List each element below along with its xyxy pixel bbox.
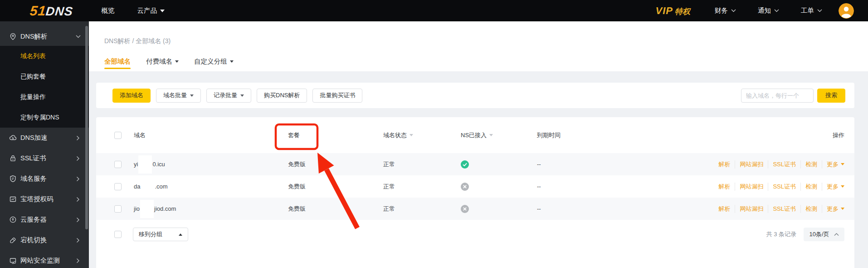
vip-privilege-badge[interactable]: VIP 特权 bbox=[656, 5, 690, 17]
domain-text: 0.icu bbox=[152, 161, 165, 168]
record-batch-dropdown[interactable]: 记录批量 bbox=[206, 89, 251, 103]
logo-51dns[interactable]: 51 DNS bbox=[30, 3, 73, 19]
page-size-label: 10条/页 bbox=[809, 230, 829, 238]
topbar-right-nav: 财务 通知 工单 bbox=[715, 6, 822, 15]
column-header-actions: 操作 bbox=[833, 131, 844, 139]
tab-all-domains-label: 全部域名 bbox=[104, 57, 131, 66]
record-batch-label: 记录批量 bbox=[214, 91, 237, 99]
chevron-right-icon bbox=[76, 197, 80, 202]
column-header-plan-label: 套餐 bbox=[288, 132, 300, 139]
move-to-group-select[interactable]: 移到分组 bbox=[133, 228, 188, 241]
sidebar-item-dns-acceleration[interactable]: DNS加速 bbox=[0, 128, 89, 148]
row-actions: 解析 网站漏扫 SSL证书 检测 更多 bbox=[718, 205, 844, 213]
action-more-dropdown[interactable]: 更多 bbox=[822, 160, 844, 169]
ns-cell bbox=[461, 205, 537, 213]
sidebar-item-purchased-plans[interactable]: 已购套餐 bbox=[0, 66, 89, 87]
status-text: 正常 bbox=[383, 160, 395, 169]
buy-dns-resolution-button[interactable]: 购买DNS解析 bbox=[257, 89, 307, 103]
topnav-notifications[interactable]: 通知 bbox=[758, 6, 779, 15]
topnav-finance[interactable]: 财务 bbox=[715, 6, 736, 15]
action-resolve-link[interactable]: 解析 bbox=[718, 160, 735, 169]
page-size-select[interactable]: 10条/页 bbox=[804, 228, 844, 241]
action-check-link[interactable]: 检测 bbox=[801, 160, 822, 169]
buy-dns-resolution-label: 购买DNS解析 bbox=[264, 91, 300, 99]
domain-table: 域名 套餐 域名状态 NS已接入 到期时间 操作 yi bbox=[96, 117, 854, 268]
column-header-domain-status[interactable]: 域名状态 bbox=[383, 131, 461, 139]
action-check-link[interactable]: 检测 bbox=[801, 205, 822, 213]
move-to-group-label: 移到分组 bbox=[139, 230, 162, 238]
action-website-scan-link[interactable]: 网站漏扫 bbox=[735, 160, 768, 169]
sidebar-item-batch-operations-label: 批量操作 bbox=[20, 93, 46, 101]
chevron-down-icon bbox=[841, 185, 844, 188]
action-ssl-cert-link[interactable]: SSL证书 bbox=[768, 205, 801, 213]
sidebar-group-dns-resolution[interactable]: DNS解析 bbox=[0, 27, 89, 46]
action-resolve-link[interactable]: 解析 bbox=[718, 205, 735, 213]
page-header: DNS解析 / 全部域名 (3) 全部域名 付费域名 自定义分组 bbox=[89, 21, 868, 71]
select-all-checkbox[interactable] bbox=[114, 132, 122, 139]
column-header-ns[interactable]: NS已接入 bbox=[461, 131, 537, 139]
expiry-cell: -- bbox=[537, 205, 718, 212]
add-domain-button[interactable]: 添加域名 bbox=[112, 89, 151, 103]
status-cell: 正常 bbox=[383, 160, 461, 169]
tab-custom-groups[interactable]: 自定义分组 bbox=[194, 57, 234, 66]
topnav-overview[interactable]: 概览 bbox=[101, 6, 114, 15]
search-input[interactable] bbox=[741, 89, 814, 103]
plan-cell: 免费版 bbox=[288, 183, 383, 191]
table-row: da .com 免费版 正常 -- 解析 网站漏扫 SSL证书 bbox=[96, 175, 854, 198]
topnav-overview-label: 概览 bbox=[101, 6, 114, 15]
search-button[interactable]: 搜索 bbox=[817, 89, 845, 103]
action-website-scan-link[interactable]: 网站漏扫 bbox=[735, 183, 768, 191]
sidebar-item-website-security-monitoring[interactable]: 网站安全监测 bbox=[0, 250, 89, 268]
topnav-cloud-products[interactable]: 云产品 bbox=[137, 6, 165, 15]
tab-bar: 全部域名 付费域名 自定义分组 bbox=[104, 57, 234, 66]
chevron-right-icon bbox=[76, 135, 80, 141]
sidebar-item-domain-services[interactable]: 域名服务 bbox=[0, 169, 89, 189]
row-checkbox[interactable] bbox=[114, 183, 122, 190]
sidebar-item-cloud-servers[interactable]: 云服务器 bbox=[0, 209, 89, 230]
action-more-dropdown[interactable]: 更多 bbox=[822, 183, 844, 191]
row-checkbox[interactable] bbox=[114, 205, 122, 213]
tab-paid-domains[interactable]: 付费域名 bbox=[146, 57, 179, 66]
action-check-link[interactable]: 检测 bbox=[801, 183, 822, 191]
domain-batch-dropdown[interactable]: 域名批量 bbox=[156, 89, 201, 103]
sidebar-item-batch-operations[interactable]: 批量操作 bbox=[0, 87, 89, 107]
chevron-down-icon bbox=[841, 208, 844, 210]
action-ssl-cert-link[interactable]: SSL证书 bbox=[768, 160, 801, 169]
user-avatar-icon[interactable] bbox=[839, 3, 854, 19]
sidebar-item-custom-dns[interactable]: 定制专属DNS bbox=[0, 107, 89, 128]
topnav-finance-label: 财务 bbox=[715, 6, 728, 15]
chevron-up-icon bbox=[834, 233, 839, 236]
sidebar-item-baota-license[interactable]: 宝塔授权码 bbox=[0, 189, 89, 209]
chevron-right-icon bbox=[76, 176, 80, 182]
action-ssl-cert-link[interactable]: SSL证书 bbox=[768, 183, 801, 191]
sidebar-item-domain-list[interactable]: 域名列表 bbox=[0, 46, 89, 66]
sidebar-item-label: 域名服务 bbox=[20, 174, 76, 183]
status-cell: 正常 bbox=[383, 205, 461, 213]
sidebar-scrollbar-thumb[interactable] bbox=[85, 26, 88, 229]
domain-cell: jio jiod.com bbox=[134, 200, 288, 218]
chevron-down-icon bbox=[240, 94, 244, 97]
row-checkbox[interactable] bbox=[114, 161, 122, 168]
expiry-cell: -- bbox=[537, 183, 718, 190]
action-website-scan-link[interactable]: 网站漏扫 bbox=[735, 205, 768, 213]
padlock-icon bbox=[9, 154, 17, 162]
cloud-server-icon bbox=[9, 216, 17, 223]
footer-select-checkbox[interactable] bbox=[114, 231, 122, 238]
chevron-down-icon bbox=[76, 35, 81, 38]
ns-cell bbox=[461, 183, 537, 191]
sidebar-item-custom-dns-label: 定制专属DNS bbox=[20, 114, 59, 122]
sidebar-item-ssl-certificates[interactable]: SSL证书 bbox=[0, 148, 89, 169]
topnav-work-orders[interactable]: 工单 bbox=[801, 6, 822, 15]
batch-buy-certificates-label: 批量购买证书 bbox=[320, 91, 355, 99]
sidebar-submenu-dns: 域名列表 已购套餐 批量操作 定制专属DNS bbox=[0, 46, 89, 128]
chevron-right-icon bbox=[76, 238, 80, 243]
sidebar-item-failover-switch[interactable]: 宕机切换 bbox=[0, 230, 89, 250]
tab-all-domains[interactable]: 全部域名 bbox=[104, 57, 131, 66]
action-resolve-link[interactable]: 解析 bbox=[718, 183, 735, 191]
domain-text: jiod.com bbox=[154, 205, 176, 212]
action-more-dropdown[interactable]: 更多 bbox=[822, 205, 844, 213]
batch-buy-certificates-button[interactable]: 批量购买证书 bbox=[312, 89, 362, 103]
column-header-domain-label: 域名 bbox=[134, 131, 146, 139]
topnav-work-orders-label: 工单 bbox=[801, 6, 814, 15]
row-actions: 解析 网站漏扫 SSL证书 检测 更多 bbox=[718, 160, 844, 169]
